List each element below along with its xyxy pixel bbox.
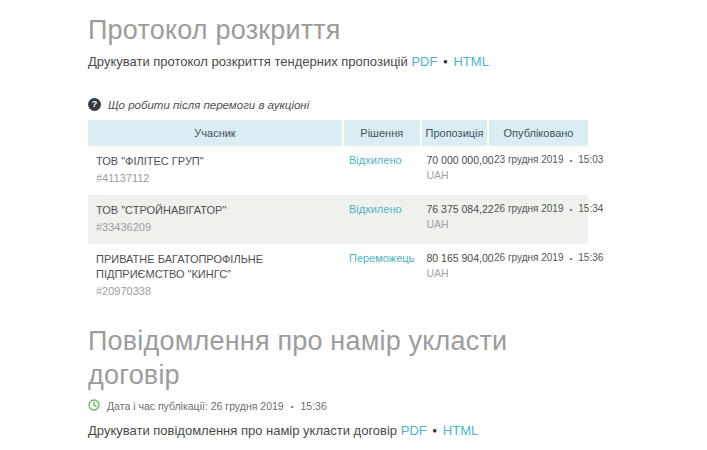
protocol-print-line: Друкувати протокол розкриття тендерних п… — [88, 53, 595, 70]
participant-name: ТОВ "СТРОЙНАВІГАТОР" — [96, 203, 337, 218]
published-time: 15:34 — [578, 203, 603, 214]
notice-pdf-link[interactable]: PDF — [401, 423, 427, 438]
published-date: 26 грудня 2019 — [494, 252, 563, 263]
decision-cell: Відхилено — [343, 195, 421, 244]
table-row: ТОВ "ФІЛІТЕС ГРУП" #41137112 Відхилено 7… — [88, 146, 588, 195]
notice-print-line: Друкувати повідомлення про намір укласти… — [88, 422, 595, 439]
participant-id: #41137112 — [96, 171, 337, 186]
proposal-amount: 76 375 084,22 — [427, 203, 483, 215]
notice-print-text: Друкувати повідомлення про намір укласти… — [88, 423, 397, 438]
decision-cell: Відхилено — [343, 146, 421, 195]
participant-name: ТОВ "ФІЛІТЕС ГРУП" — [96, 154, 337, 169]
clock-icon — [88, 399, 100, 413]
proposal-cell: 76 375 084,22 UAH — [421, 195, 489, 244]
participant-cell: ТОВ "ФІЛІТЕС ГРУП" #41137112 — [88, 146, 343, 195]
notice-html-link[interactable]: HTML — [443, 423, 478, 438]
published-date: 23 грудня 2019 — [494, 154, 563, 165]
participant-name: ПРИВАТНЕ БАГАТОПРОФІЛЬНЕ ПІДПРИЄМСТВО "К… — [96, 252, 337, 282]
page-content: Протокол розкриття Друкувати протокол ро… — [0, 0, 595, 450]
column-header-proposal: Пропозиція — [421, 120, 489, 146]
published-cell: 23 грудня 2019 • 15:03 — [488, 146, 588, 195]
proposal-cell: 80 165 904,00 UAH — [421, 244, 489, 308]
protocol-print-text: Друкувати протокол розкриття тендерних п… — [88, 54, 408, 69]
protocol-title: Протокол розкриття — [88, 13, 595, 47]
participant-id: #33436209 — [96, 220, 337, 235]
proposal-amount: 70 000 000,00 — [427, 154, 483, 166]
decision-link[interactable]: Відхилено — [349, 154, 402, 166]
table-row: ТОВ "СТРОЙНАВІГАТОР" #33436209 Відхилено… — [88, 195, 588, 244]
column-header-participant: Учасник — [88, 120, 343, 146]
protocol-table: Учасник Рішення Пропозиція Опубліковано … — [88, 120, 588, 308]
proposal-amount: 80 165 904,00 — [427, 252, 483, 264]
table-row: ПРИВАТНЕ БАГАТОПРОФІЛЬНЕ ПІДПРИЄМСТВО "К… — [88, 244, 588, 308]
help-link[interactable]: Що робити після перемоги в аукціоні — [108, 99, 309, 111]
participant-id: #20970338 — [96, 284, 337, 299]
publication-time: 15:36 — [300, 400, 326, 412]
decision-link[interactable]: Відхилено — [349, 203, 402, 215]
proposal-currency: UAH — [427, 267, 483, 279]
proposal-cell: 70 000 000,00 UAH — [421, 146, 489, 195]
decision-link[interactable]: Переможець — [349, 252, 414, 264]
published-time: 15:36 — [578, 252, 603, 263]
proposal-currency: UAH — [427, 218, 483, 230]
participant-cell: ПРИВАТНЕ БАГАТОПРОФІЛЬНЕ ПІДПРИЄМСТВО "К… — [88, 244, 343, 308]
notice-title: Повідомлення про намір укласти договір — [88, 324, 595, 392]
protocol-html-link[interactable]: HTML — [453, 54, 488, 69]
bullet-separator-icon: ● — [443, 57, 448, 66]
dot-separator-icon: • — [569, 205, 572, 214]
bullet-separator-icon: ● — [432, 426, 437, 435]
protocol-table-header-row: Учасник Рішення Пропозиція Опубліковано — [88, 120, 588, 146]
dot-separator-icon: • — [569, 254, 572, 263]
publication-label: Дата і час публікації: 26 грудня 2019 — [107, 400, 284, 412]
publication-line: Дата і час публікації: 26 грудня 2019 • … — [88, 399, 595, 413]
published-cell: 26 грудня 2019 • 15:36 — [488, 244, 588, 308]
dot-separator-icon: • — [291, 402, 294, 411]
proposal-currency: UAH — [427, 169, 483, 181]
protocol-pdf-link[interactable]: PDF — [411, 54, 437, 69]
help-line[interactable]: ? Що робити після перемоги в аукціоні — [88, 98, 595, 111]
dot-separator-icon: • — [569, 156, 572, 165]
published-date: 26 грудня 2019 — [494, 203, 563, 214]
question-icon: ? — [88, 98, 101, 111]
published-cell: 26 грудня 2019 • 15:34 — [488, 195, 588, 244]
participant-cell: ТОВ "СТРОЙНАВІГАТОР" #33436209 — [88, 195, 343, 244]
column-header-published: Опубліковано — [488, 120, 588, 146]
published-time: 15:03 — [578, 154, 603, 165]
column-header-decision: Рішення — [343, 120, 421, 146]
decision-cell: Переможець — [343, 244, 421, 308]
